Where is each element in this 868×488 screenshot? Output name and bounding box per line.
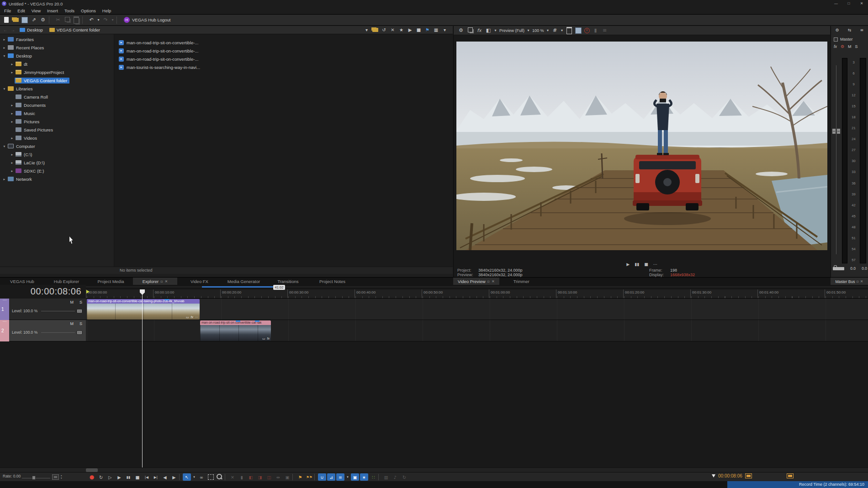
master-mute-button[interactable]: M: [848, 44, 852, 49]
play-button[interactable]: ▶: [115, 473, 123, 481]
undock-window-icon[interactable]: ▫: [160, 279, 163, 283]
frame-step-icon[interactable]: [745, 473, 752, 478]
tab-video-fx[interactable]: Video FX ▫ ✕: [177, 278, 222, 285]
downmix-output-button[interactable]: ⇆: [846, 27, 853, 33]
split-event-button[interactable]: ◫: [265, 473, 273, 481]
project-properties-button[interactable]: ⚙: [38, 16, 48, 25]
tree-item-music[interactable]: ▸ Music: [0, 109, 114, 117]
record-button[interactable]: ●: [88, 473, 96, 481]
copy-snapshot-button[interactable]: [565, 26, 574, 35]
tree-item-camera-roll[interactable]: Camera Roll: [0, 93, 114, 101]
expand-arrow-icon[interactable]: ▸: [10, 152, 15, 157]
views-button[interactable]: ▦: [432, 26, 440, 34]
track-1-solo-button[interactable]: S: [79, 300, 82, 304]
copy-button[interactable]: [63, 16, 72, 25]
tab-explorer[interactable]: Explorer ▫ ✕: [133, 278, 177, 285]
close-button[interactable]: ✕: [855, 0, 868, 7]
new-folder-button[interactable]: [371, 26, 380, 34]
file-item[interactable]: ▸ man-tourist-is-searching-way-in-navi..…: [114, 63, 453, 71]
next-frame-button[interactable]: ▶: [170, 473, 178, 481]
stop-preview-button[interactable]: ■: [414, 26, 423, 34]
rate-spinner[interactable]: ▴▾: [61, 474, 62, 479]
scripting-button[interactable]: ∷: [369, 473, 377, 481]
file-item[interactable]: ▸ man-on-road-trip-sit-on-convertible-..…: [114, 47, 453, 55]
mixer-button[interactable]: ▥: [382, 473, 390, 481]
master-properties-button[interactable]: ⚙: [834, 27, 841, 33]
breadcrumb-vegas-content-folder[interactable]: VEGAS Content folder: [46, 26, 103, 34]
tree-item-drive-e[interactable]: ▸ SDXC (E:): [0, 167, 114, 175]
tree-item-documents[interactable]: ▸ Documents: [0, 101, 114, 109]
forward-button[interactable]: →: [9, 27, 16, 32]
tree-item-vegas-content-folder[interactable]: VEGAS Content folder: [0, 76, 114, 84]
new-project-button[interactable]: [2, 16, 11, 25]
vegas-hub-button[interactable]: H VEGAS Hub Logout: [124, 17, 171, 23]
tree-item-dt[interactable]: ▸ dt: [0, 60, 114, 68]
menu-item[interactable]: File: [1, 7, 14, 14]
expand-arrow-icon[interactable]: ▸: [10, 161, 15, 165]
clip-generic-icon[interactable]: ▭: [262, 337, 265, 341]
tree-item-desktop[interactable]: ▾ Desktop: [0, 52, 114, 60]
tree-item-recent-places[interactable]: ▸ Recent Places: [0, 43, 114, 52]
tree-item-computer[interactable]: ▾ Computer: [0, 142, 114, 150]
event-lock-button[interactable]: ▣: [283, 473, 291, 481]
tree-item-drive-d[interactable]: ▸ LaCie (D:\): [0, 158, 114, 167]
play-from-start-button[interactable]: ▷: [106, 473, 114, 481]
track-1-mute-button[interactable]: M: [70, 300, 74, 304]
timeline-scrollbar-top[interactable]: [0, 285, 868, 289]
file-item[interactable]: ▸ man-on-road-trip-sit-on-convertible-..…: [114, 55, 453, 63]
master-fader[interactable]: [832, 61, 841, 259]
track-1-header[interactable]: 1 M S Level: 100.0 %: [0, 299, 86, 320]
tree-item-jimmyhopperproject[interactable]: ▸ JimmyHopperProject: [0, 68, 114, 76]
preview-quality-caret[interactable]: ▾: [526, 26, 531, 35]
stop-button[interactable]: ■: [133, 473, 142, 481]
capture-video-button[interactable]: V: [583, 26, 591, 35]
envelope-edit-tool-button[interactable]: ∞: [197, 473, 206, 481]
safe-areas-dropdown[interactable]: ▾: [560, 26, 565, 35]
undo-dropdown[interactable]: ▾: [96, 16, 101, 25]
clip-generic-icon[interactable]: ▭: [186, 315, 189, 319]
delete-button[interactable]: ✕: [228, 473, 237, 481]
redo-dropdown[interactable]: ▾: [110, 16, 115, 25]
prerender-button[interactable]: ↻: [400, 473, 408, 481]
expand-arrow-icon[interactable]: ▾: [2, 144, 7, 148]
tab-project-notes[interactable]: Project Notes ▫ ✕: [310, 278, 355, 285]
expand-arrow-icon[interactable]: ▸: [10, 62, 15, 66]
expand-arrow-icon[interactable]: ▸: [10, 136, 15, 140]
views-dropdown[interactable]: ▾: [440, 26, 449, 34]
tree-item-libraries[interactable]: ▾ Libraries: [0, 84, 114, 93]
track-2-lane[interactable]: man-on-road-trip-sit-on-convertible-car-…: [86, 320, 868, 341]
file-item[interactable]: ▸ man-on-road-trip-sit-on-convertible-..…: [114, 38, 453, 47]
track-1-level-handle[interactable]: [77, 309, 82, 313]
tab-trimmer[interactable]: Trimmer ▫ ✕: [499, 278, 544, 285]
preview-play-button[interactable]: ▶: [626, 262, 630, 267]
tree-item-saved-pictures[interactable]: Saved Pictures: [0, 126, 114, 134]
video-preview-frame[interactable]: [456, 42, 827, 250]
go-to-start-button[interactable]: |◀: [143, 473, 151, 481]
track-2-color-strip[interactable]: 2: [0, 320, 9, 341]
expand-arrow-icon[interactable]: ▸: [10, 103, 15, 107]
ignore-event-grouping-button[interactable]: ∗: [360, 473, 368, 481]
preview-stop-button[interactable]: ■: [644, 262, 648, 267]
track-2-solo-button[interactable]: S: [79, 321, 82, 326]
auto-preview-toggle[interactable]: ⚑: [423, 26, 432, 34]
save-snapshot-button[interactable]: [574, 26, 583, 35]
trim-start-button[interactable]: ◧: [247, 473, 255, 481]
menu-item[interactable]: View: [28, 7, 44, 14]
scrollbar-handle[interactable]: [86, 468, 98, 472]
master-plugin-icon[interactable]: ⚙: [841, 44, 844, 49]
trim-end-button[interactable]: ◨: [256, 473, 264, 481]
expand-arrow-icon[interactable]: ▸: [2, 177, 7, 181]
clip-fx-icon[interactable]: fx: [191, 315, 193, 319]
go-to-end-button[interactable]: ▶|: [152, 473, 160, 481]
preview-more-button[interactable]: ⋯: [653, 262, 657, 267]
timeline-marker-icon[interactable]: [86, 290, 90, 294]
safe-areas-button[interactable]: #: [550, 26, 560, 35]
minimize-button[interactable]: —: [830, 0, 842, 7]
project-video-properties-button[interactable]: ⚙: [456, 26, 466, 35]
add-to-favorites-button[interactable]: ★: [397, 26, 406, 34]
timeline-event-clip-2[interactable]: man-on-road-trip-sit-on-convertible-car-…: [200, 320, 271, 341]
visible-range-indicator[interactable]: [202, 286, 277, 288]
expand-arrow-icon[interactable]: ▸: [10, 120, 15, 124]
save-project-button[interactable]: [20, 16, 29, 25]
timeline-ruler[interactable]: 00:00:00:0000:00:10:0000:00:20:0000:00:3…: [86, 289, 868, 299]
